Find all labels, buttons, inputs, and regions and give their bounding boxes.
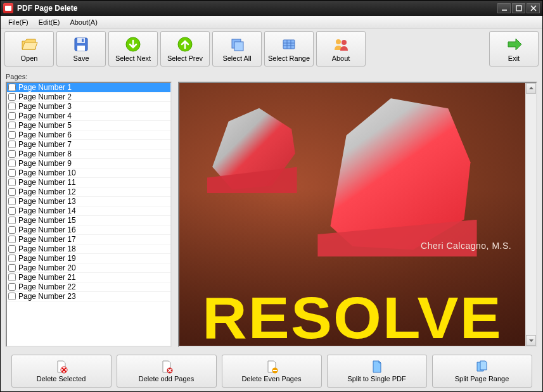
floppy-icon [72,35,90,53]
page-list-item[interactable]: Page Number 9 [7,159,170,168]
svg-rect-7 [82,39,84,42]
page-checkbox[interactable] [8,217,16,224]
scroll-down-button[interactable] [526,335,536,346]
split-range-button[interactable]: Split Page Range [432,355,532,388]
svg-rect-26 [273,370,277,371]
mid-row: Page Number 1Page Number 2Page Number 3P… [6,82,537,347]
svg-rect-12 [283,40,295,49]
maximize-button[interactable] [512,3,525,13]
page-list-item[interactable]: Page Number 21 [7,273,170,282]
page-checkbox[interactable] [8,84,16,91]
select-range-label: Select Range [268,54,310,62]
page-label: Page Number 4 [18,111,72,120]
about-button[interactable]: About [316,31,366,66]
delete-odd-button[interactable]: Delete odd Pages [117,355,217,388]
pages-list-container: Page Number 1Page Number 2Page Number 3P… [6,82,172,347]
page-checkbox[interactable] [8,245,16,253]
page-label: Page Number 10 [18,168,76,177]
save-button[interactable]: Save [56,31,106,66]
page-list-item[interactable]: Page Number 11 [7,178,170,187]
page-list-item[interactable]: Page Number 14 [7,206,170,216]
pages-list[interactable]: Page Number 1Page Number 2Page Number 3P… [7,83,170,346]
page-checkbox[interactable] [8,103,16,110]
page-list-item[interactable]: Page Number 10 [7,168,170,178]
delete-selected-label: Delete Selected [37,375,86,383]
delete-even-button[interactable]: Delete Even Pages [222,355,322,388]
select-next-button[interactable]: Select Next [108,31,158,66]
page-list-item[interactable]: Page Number 1 [7,83,170,92]
page-checkbox[interactable] [8,226,16,234]
page-list-item[interactable]: Page Number 19 [7,254,170,263]
menu-file[interactable]: File(F) [3,17,34,27]
page-checkbox[interactable] [8,255,16,262]
page-checkbox[interactable] [8,236,16,243]
page-list-item[interactable]: Page Number 17 [7,235,170,244]
page-label: Page Number 9 [18,159,72,168]
page-list-item[interactable]: Page Number 4 [7,111,170,121]
page-checkbox[interactable] [8,122,16,129]
page-list-item[interactable]: Page Number 5 [7,121,170,130]
minimize-button[interactable] [497,3,511,13]
delete-selected-button[interactable]: Delete Selected [11,355,112,388]
page-label: Page Number 21 [18,273,76,282]
arrow-up-green-icon [176,35,194,53]
exit-button[interactable]: Exit [489,31,539,66]
page-list-item[interactable]: Page Number 7 [7,140,170,149]
page-label: Page Number 22 [18,282,76,291]
page-list-item[interactable]: Page Number 6 [7,130,170,140]
select-all-button[interactable]: Select All [212,31,262,66]
menu-edit[interactable]: Edit(E) [34,17,65,27]
preview-scrollbar[interactable] [525,83,536,346]
svg-rect-11 [234,42,243,51]
toolbar: Open Save Select Next Select Prev Select… [1,28,542,69]
page-checkbox[interactable] [8,169,16,177]
split-single-button[interactable]: Split to Single PDF [327,355,427,388]
page-list-item[interactable]: Page Number 20 [7,263,170,273]
page-checkbox[interactable] [8,160,16,167]
select-prev-button[interactable]: Select Prev [160,31,210,66]
select-range-icon [280,35,298,53]
page-list-item[interactable]: Page Number 16 [7,225,170,235]
scroll-up-button[interactable] [526,83,536,94]
page-checkbox[interactable] [8,207,16,215]
page-list-item[interactable]: Page Number 13 [7,197,170,206]
delete-odd-label: Delete odd Pages [139,375,194,383]
page-list-item[interactable]: Page Number 23 [7,292,170,301]
page-checkbox[interactable] [8,112,16,120]
page-list-item[interactable]: Page Number 2 [7,92,170,102]
close-button[interactable] [527,3,540,13]
page-checkbox[interactable] [8,179,16,186]
pages-label: Pages: [6,72,537,82]
scroll-track[interactable] [526,94,536,335]
page-checkbox[interactable] [8,141,16,148]
select-prev-label: Select Prev [167,54,203,62]
page-label: Page Number 5 [18,121,72,130]
about-label: About [332,54,350,62]
titlebar: PDF Page Delete [1,1,542,16]
page-list-item[interactable]: Page Number 12 [7,187,170,197]
page-list-item[interactable]: Page Number 22 [7,282,170,292]
page-label: Page Number 17 [18,235,76,244]
page-checkbox[interactable] [8,150,16,158]
menu-about[interactable]: About(A) [65,17,102,27]
open-button[interactable]: Open [4,31,54,66]
page-list-item[interactable]: Page Number 3 [7,102,170,111]
page-checkbox[interactable] [8,188,16,196]
select-range-button[interactable]: Select Range [264,31,314,66]
page-list-item[interactable]: Page Number 18 [7,244,170,254]
page-list-item[interactable]: Page Number 8 [7,149,170,159]
page-list-item[interactable]: Page Number 15 [7,216,170,225]
page-checkbox[interactable] [8,264,16,272]
page-checkbox[interactable] [8,293,16,300]
page-checkbox[interactable] [8,283,16,291]
app-icon [3,3,13,13]
svg-point-18 [342,40,347,45]
page-checkbox[interactable] [8,198,16,205]
page-label: Page Number 11 [18,178,76,187]
page-checkbox[interactable] [8,274,16,281]
page-checkbox[interactable] [8,93,16,101]
preview-title: RESOLVE [179,291,525,346]
page-checkbox[interactable] [8,131,16,139]
page-label: Page Number 6 [18,130,72,139]
people-icon [332,35,350,53]
